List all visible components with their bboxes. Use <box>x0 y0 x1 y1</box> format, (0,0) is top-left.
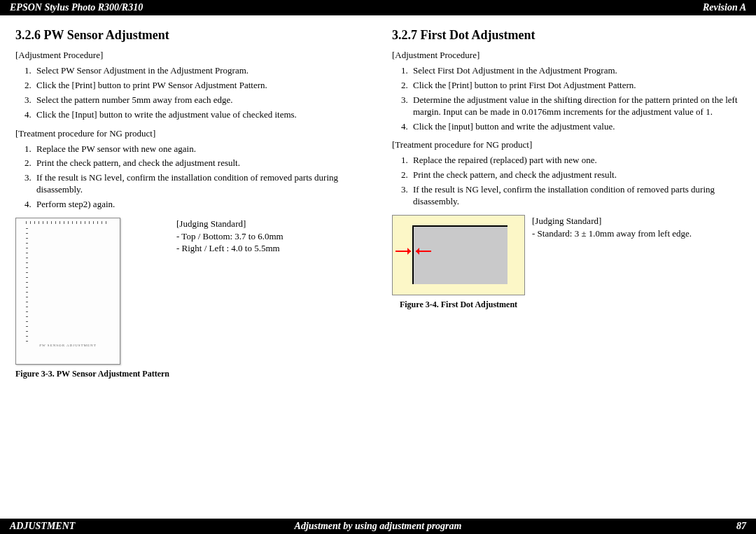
arrow-left-icon <box>416 251 431 252</box>
list-item: Select PW Sensor Adjustment in the Adjus… <box>34 64 364 78</box>
footer-section: ADJUSTMENT <box>10 521 75 532</box>
gray-rectangle-icon <box>412 225 507 284</box>
list-item: Print the check pattern, and check the a… <box>34 156 364 171</box>
list-item: Select the pattern number 5mm away from … <box>34 93 364 108</box>
list-item: Select First Dot Adjustment in the Adjus… <box>410 64 741 78</box>
adjustment-procedure-label: [Adjustment Procedure] <box>15 50 364 61</box>
arrow-right-icon <box>396 251 411 252</box>
list-item: Print the check pattern, and check the a… <box>410 168 741 183</box>
ng-procedure-label: [Treatment procedure for NG product] <box>392 139 741 150</box>
judging-label: [Judging Standard] <box>532 215 692 227</box>
figure-row-left: PW SENSOR ADJUSTMENT Figure 3-3. PW Sens… <box>15 218 364 379</box>
judging-standard-right: [Judging Standard] - Standard: 3 ± 1.0mm… <box>532 215 692 310</box>
list-item: If the result is NG level, confirm the i… <box>410 183 741 209</box>
ng-procedure-list: Replace the PW sensor with new one again… <box>34 142 364 212</box>
right-column: 3.2.7 First Dot Adjustment [Adjustment P… <box>385 28 748 379</box>
section-heading-left: 3.2.6 PW Sensor Adjustment <box>15 28 364 43</box>
adjustment-procedure-list: Select First Dot Adjustment in the Adjus… <box>410 64 741 134</box>
figure-caption: Figure 3-3. PW Sensor Adjustment Pattern <box>15 369 169 379</box>
section-heading-right: 3.2.7 First Dot Adjustment <box>392 28 741 43</box>
judging-line: - Right / Left : 4.0 to 5.5mm <box>176 242 284 255</box>
page-footer: ADJUSTMENT Adjustment by using adjustmen… <box>0 519 756 534</box>
header-revision: Revision A <box>703 2 746 13</box>
footer-page-number: 87 <box>736 521 746 532</box>
left-column: 3.2.6 PW Sensor Adjustment [Adjustment P… <box>8 28 371 379</box>
first-dot-figure <box>392 215 525 295</box>
ng-procedure-list: Replace the repaired (replaced) part wit… <box>410 153 741 209</box>
figure-caption: Figure 3-4. First Dot Adjustment <box>392 300 525 310</box>
judging-label: [Judging Standard] <box>176 218 284 230</box>
judging-line: - Top / Bottom: 3.7 to 6.0mm <box>176 230 284 243</box>
adjustment-procedure-list: Select PW Sensor Adjustment in the Adjus… <box>34 64 364 122</box>
tick-marks-icon <box>26 221 110 224</box>
list-item: Click the [Print] button to print PW Sen… <box>34 78 364 93</box>
judging-line: - Standard: 3 ± 1.0mm away from left edg… <box>532 227 692 240</box>
list-item: Click the [Input] button to write the ad… <box>34 108 364 122</box>
adjustment-procedure-label: [Adjustment Procedure] <box>392 50 741 61</box>
figure-container: Figure 3-4. First Dot Adjustment <box>392 215 525 310</box>
pw-sensor-pattern-figure: PW SENSOR ADJUSTMENT <box>15 218 120 365</box>
judging-standard-left: [Judging Standard] - Top / Bottom: 3.7 t… <box>176 218 284 379</box>
figure-container: PW SENSOR ADJUSTMENT Figure 3-3. PW Sens… <box>15 218 169 379</box>
tick-marks-icon <box>26 228 28 343</box>
list-item: Replace the PW sensor with new one again… <box>34 142 364 157</box>
header-title: EPSON Stylus Photo R300/R310 <box>10 2 143 13</box>
list-item: Click the [Print] button to print First … <box>410 78 741 93</box>
list-item: Replace the repaired (replaced) part wit… <box>410 153 741 168</box>
figure-row-right: Figure 3-4. First Dot Adjustment [Judgin… <box>392 215 741 310</box>
list-item: Perform step2) again. <box>34 197 364 212</box>
list-item: Determine the adjustment value in the sh… <box>410 93 741 120</box>
ng-procedure-label: [Treatment procedure for NG product] <box>15 128 364 139</box>
footer-subtitle: Adjustment by using adjustment program <box>295 521 462 532</box>
list-item: If the result is NG level, confirm the i… <box>34 171 364 197</box>
pattern-label-text: PW SENSOR ADJUSTMENT <box>16 344 120 347</box>
page-content: 3.2.6 PW Sensor Adjustment [Adjustment P… <box>0 15 756 379</box>
list-item: Click the [input] button and write the a… <box>410 120 741 134</box>
page-header: EPSON Stylus Photo R300/R310 Revision A <box>0 0 756 15</box>
